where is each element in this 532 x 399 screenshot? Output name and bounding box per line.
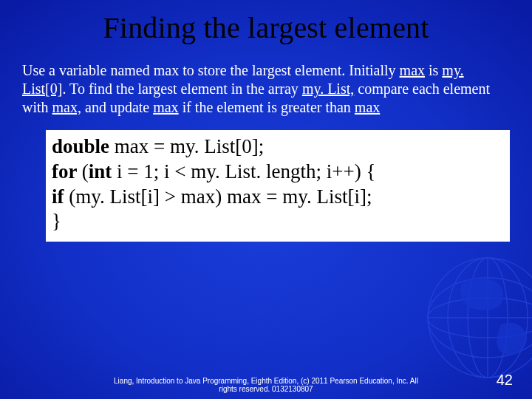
code-text: i = 1; i < my. List. length; i++) { bbox=[117, 160, 375, 183]
svg-point-1 bbox=[428, 298, 532, 338]
underlined-term: max bbox=[355, 99, 380, 115]
text-segment: . To find the largest element in the arr… bbox=[62, 81, 301, 97]
code-block: double max = my. List[0]; for (int i = 1… bbox=[46, 130, 510, 242]
svg-point-0 bbox=[428, 258, 532, 378]
keyword: for bbox=[52, 160, 82, 183]
slide-title: Finding the largest element bbox=[0, 0, 532, 45]
footer-line: Liang, Introduction to Java Programming,… bbox=[0, 377, 532, 385]
underlined-term: max, bbox=[52, 99, 81, 115]
globe-decoration bbox=[421, 251, 532, 384]
keyword: int bbox=[89, 160, 117, 183]
code-line: for (int i = 1; i < my. List. length; i+… bbox=[52, 160, 502, 185]
footer-citation: Liang, Introduction to Java Programming,… bbox=[0, 377, 532, 393]
underlined-term: my. List, bbox=[302, 81, 354, 97]
text-segment: if the element is greater than bbox=[179, 99, 355, 115]
code-text: max = my. List[0]; bbox=[115, 135, 264, 157]
footer-line: rights reserved. 0132130807 bbox=[0, 385, 532, 393]
code-text: (my. List[i] > max) max = my. List[i]; bbox=[69, 185, 372, 208]
underlined-term: max bbox=[400, 62, 425, 78]
text-segment: Use a variable named max to store the la… bbox=[22, 62, 400, 78]
text-segment: and update bbox=[81, 99, 153, 115]
code-line: } bbox=[52, 209, 502, 234]
keyword: double bbox=[52, 135, 115, 157]
keyword: if bbox=[52, 185, 69, 208]
page-number: 42 bbox=[497, 372, 513, 389]
code-line: if (my. List[i] > max) max = my. List[i]… bbox=[52, 185, 502, 210]
underlined-term: max bbox=[153, 99, 178, 115]
code-text: ( bbox=[82, 160, 89, 183]
code-text: } bbox=[52, 210, 61, 232]
svg-point-3 bbox=[468, 258, 508, 378]
svg-point-2 bbox=[428, 278, 532, 358]
svg-point-4 bbox=[448, 258, 528, 378]
body-paragraph: Use a variable named max to store the la… bbox=[22, 61, 510, 117]
text-segment: is bbox=[425, 62, 442, 78]
code-line: double max = my. List[0]; bbox=[52, 134, 502, 160]
